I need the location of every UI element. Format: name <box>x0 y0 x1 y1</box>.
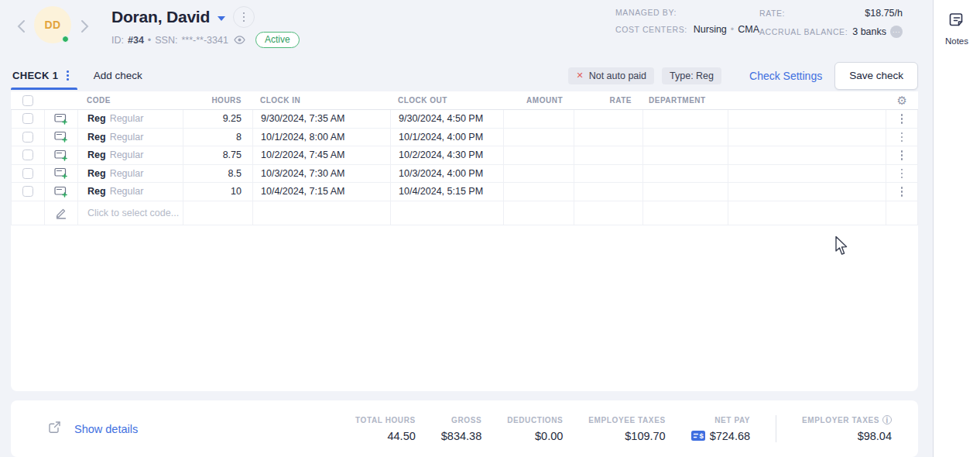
rate-cell[interactable] <box>574 183 643 201</box>
rate-cell[interactable] <box>574 129 643 147</box>
add-note-icon[interactable] <box>45 165 78 184</box>
department-cell[interactable] <box>643 129 728 147</box>
online-status-dot <box>62 36 69 43</box>
show-details-link[interactable]: Show details <box>48 421 138 437</box>
row-checkbox[interactable] <box>22 186 33 197</box>
clock-out-cell[interactable]: 10/1/2024, 4:00 PM <box>391 129 504 147</box>
column-header-amount: AMOUNT <box>503 91 574 109</box>
next-employee-button[interactable] <box>74 8 94 45</box>
table-row: RegRegular 8 10/1/2024, 8:00 AM 10/1/202… <box>11 129 918 147</box>
row-menu-kebab-icon[interactable] <box>886 165 918 184</box>
add-note-icon[interactable] <box>45 183 78 201</box>
ssn-label: SSN: <box>155 35 177 46</box>
info-icon[interactable]: i <box>882 415 892 424</box>
hours-cell[interactable]: 8.75 <box>183 146 253 165</box>
clock-in-cell[interactable]: 10/2/2024, 7:45 AM <box>253 146 391 165</box>
timesheet-table: CODE HOURS CLOCK IN CLOCK OUT AMOUNT RAT… <box>11 91 918 391</box>
table-row: RegRegular 10 10/4/2024, 7:15 AM 10/4/20… <box>11 183 918 201</box>
code-desc: Regular <box>110 168 144 179</box>
previous-employee-button[interactable] <box>11 8 31 45</box>
row-checkbox[interactable] <box>22 113 33 124</box>
amount-cell[interactable] <box>504 165 574 184</box>
code-value[interactable]: Reg <box>87 132 106 143</box>
code-value[interactable]: Reg <box>87 149 106 160</box>
stat-gross: GROSS $834.38 <box>441 416 481 442</box>
column-header-clock-in: CLOCK IN <box>252 91 390 109</box>
cost-centers-dot: • <box>731 24 734 35</box>
clock-out-cell[interactable]: 10/4/2024, 5:15 PM <box>391 183 504 201</box>
amount-cell[interactable] <box>504 183 574 201</box>
employee-more-options-button[interactable] <box>233 6 255 28</box>
department-cell[interactable] <box>643 146 728 165</box>
managed-by-label: MANAGED BY: <box>615 8 677 17</box>
edit-pencil-icon[interactable] <box>45 201 78 225</box>
hours-cell[interactable]: 8 <box>183 129 253 147</box>
clock-out-cell[interactable]: 9/30/2024, 4:50 PM <box>391 110 504 129</box>
add-note-icon[interactable] <box>45 129 78 147</box>
check-tab-kebab-icon[interactable] <box>67 70 69 81</box>
stat-employer-taxes: EMPLOYER TAXESi $98.04 <box>776 415 892 442</box>
department-cell[interactable] <box>643 165 728 184</box>
code-value[interactable]: Reg <box>87 186 106 197</box>
clock-in-cell[interactable]: 10/4/2024, 7:15 AM <box>253 183 391 201</box>
code-value[interactable]: Reg <box>87 113 106 124</box>
row-menu-kebab-icon[interactable] <box>886 110 918 129</box>
clock-out-cell[interactable]: 10/2/2024, 4:30 PM <box>391 146 504 165</box>
employee-dropdown-caret-icon[interactable] <box>218 16 225 21</box>
select-all-checkbox[interactable] <box>22 95 33 106</box>
amount-cell[interactable] <box>504 110 574 129</box>
avatar: DD <box>34 6 71 43</box>
row-checkbox[interactable] <box>22 149 33 160</box>
reveal-ssn-eye-icon[interactable] <box>234 36 245 44</box>
row-checkbox[interactable] <box>22 132 33 143</box>
department-cell[interactable] <box>643 183 728 201</box>
row-menu-kebab-icon[interactable] <box>886 129 918 147</box>
department-cell[interactable] <box>643 110 728 129</box>
notes-sidebar[interactable]: Notes <box>933 0 980 457</box>
clock-in-cell[interactable]: 10/3/2024, 7:30 AM <box>253 165 391 184</box>
code-desc: Regular <box>110 186 144 197</box>
accrual-more-button[interactable]: ··· <box>890 26 903 38</box>
employee-info-panel: MANAGED BY: COST CENTERS: Nursing • CMA … <box>615 8 903 38</box>
id-ssn-separator: • <box>148 35 151 46</box>
rate-cell[interactable] <box>574 110 643 129</box>
row-menu-kebab-icon[interactable] <box>886 146 918 165</box>
code-desc: Regular <box>110 113 144 124</box>
notes-label: Notes <box>945 36 968 46</box>
rate-cell[interactable] <box>574 146 643 165</box>
rate-cell[interactable] <box>574 165 643 184</box>
rate-label: RATE: <box>759 9 785 18</box>
hours-cell[interactable]: 8.5 <box>183 165 253 184</box>
row-checkbox[interactable] <box>22 168 33 179</box>
check-summary-footer: Show details TOTAL HOURS 44.50 GROSS $83… <box>11 400 918 457</box>
add-note-icon[interactable] <box>45 146 78 165</box>
add-note-icon[interactable] <box>45 110 78 129</box>
select-code-input[interactable]: Click to select code... <box>78 201 183 225</box>
code-value[interactable]: Reg <box>87 168 106 179</box>
table-settings-gear-icon[interactable]: ⚙ <box>897 94 908 106</box>
not-auto-paid-badge: ✕ Not auto paid <box>568 67 654 84</box>
amount-cell[interactable] <box>504 146 574 165</box>
tab-check-1[interactable]: CHECK 1 <box>11 61 70 90</box>
close-icon[interactable]: ✕ <box>576 70 583 81</box>
kebab-icon <box>243 12 245 22</box>
check-settings-link[interactable]: Check Settings <box>749 70 822 82</box>
notes-icon <box>948 12 965 32</box>
rate-value: $18.75/h <box>865 8 903 19</box>
column-header-hours: HOURS <box>183 91 252 109</box>
code-desc: Regular <box>110 132 144 143</box>
add-check-button[interactable]: Add check <box>94 70 142 81</box>
clock-in-cell[interactable]: 10/1/2024, 8:00 AM <box>253 129 391 147</box>
tab-check-1-label: CHECK 1 <box>12 70 58 81</box>
row-menu-kebab-icon[interactable] <box>886 183 918 201</box>
hours-cell[interactable]: 10 <box>183 183 253 201</box>
save-check-button[interactable]: Save check <box>834 62 918 90</box>
clock-in-cell[interactable]: 9/30/2024, 7:35 AM <box>253 110 391 129</box>
paycheck-icon[interactable]: $ <box>691 431 705 441</box>
show-details-label: Show details <box>74 423 138 435</box>
page-title-employee-name: Doran, David <box>111 8 210 26</box>
hours-cell[interactable]: 9.25 <box>183 110 253 129</box>
column-header-code: CODE <box>77 91 183 109</box>
amount-cell[interactable] <box>504 129 574 147</box>
clock-out-cell[interactable]: 10/3/2024, 4:00 PM <box>391 165 504 184</box>
